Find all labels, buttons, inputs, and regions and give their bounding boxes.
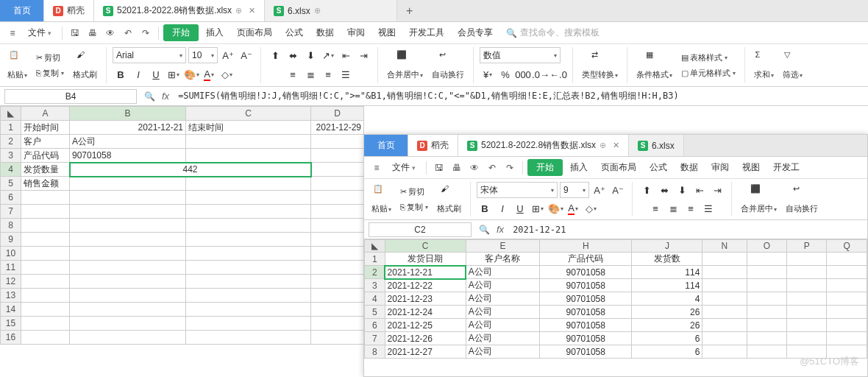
number-format-select[interactable]: 数值▾: [480, 47, 561, 63]
cell[interactable]: 90701058: [540, 332, 632, 345]
clear-format-button[interactable]: ◇▾: [218, 66, 235, 82]
col-header[interactable]: E: [466, 240, 539, 253]
search-icon[interactable]: 🔍: [476, 222, 492, 238]
col-header-D[interactable]: D: [311, 107, 364, 121]
cell[interactable]: 90701058: [540, 279, 632, 292]
italic-button[interactable]: I: [494, 200, 511, 216]
cell[interactable]: 销售金额: [21, 177, 70, 191]
menu-view[interactable]: 视图: [372, 24, 402, 41]
sum-button[interactable]: Σ求和▾: [751, 49, 777, 82]
increase-decimal-icon[interactable]: .0→: [533, 66, 549, 82]
menu-layout[interactable]: 页面布局: [595, 159, 642, 176]
col-header[interactable]: H: [540, 240, 632, 253]
orientation-icon[interactable]: ↗▾: [320, 47, 336, 63]
bold-button[interactable]: B: [477, 200, 493, 216]
fx-icon[interactable]: fx: [162, 91, 169, 102]
select-all-corner[interactable]: ◣: [365, 240, 385, 253]
cell[interactable]: 90701058: [70, 149, 186, 163]
cell[interactable]: 发货数: [632, 253, 702, 266]
align-bottom-icon[interactable]: ⬇: [302, 47, 319, 63]
row-header[interactable]: 7: [365, 332, 385, 345]
font-color-button[interactable]: A▾: [565, 200, 581, 216]
row-header[interactable]: 15: [1, 317, 21, 331]
merge-center-button[interactable]: ⬛合并居中▾: [384, 49, 426, 82]
col-header[interactable]: Q: [827, 240, 867, 253]
fill-color-button[interactable]: 🎨▾: [183, 66, 199, 82]
menu-review[interactable]: 审阅: [341, 24, 371, 41]
cell[interactable]: A公司: [466, 292, 539, 306]
cell[interactable]: [311, 135, 364, 149]
border-button[interactable]: ⊞▾: [530, 200, 546, 216]
justify-icon[interactable]: ☰: [700, 200, 716, 216]
cell[interactable]: 6: [632, 332, 702, 345]
merge-center-button[interactable]: ⬛合并居中▾: [738, 183, 780, 216]
name-box[interactable]: C2: [369, 222, 472, 237]
menu-layout[interactable]: 页面布局: [231, 24, 278, 41]
underline-button[interactable]: U: [512, 200, 528, 216]
menu-review[interactable]: 审阅: [705, 159, 735, 176]
currency-button[interactable]: ¥▾: [480, 66, 496, 82]
decrease-font-icon[interactable]: A⁻: [238, 47, 255, 63]
tab-home[interactable]: 首页: [364, 135, 408, 156]
col-header-B[interactable]: B: [70, 107, 186, 121]
search-commands[interactable]: 🔍查找命令、搜索模板: [506, 27, 600, 39]
row-header[interactable]: 10: [1, 247, 21, 261]
cell[interactable]: A公司: [70, 135, 186, 149]
cell-selected[interactable]: 442: [70, 163, 311, 177]
close-icon[interactable]: ✕: [249, 6, 255, 15]
cell[interactable]: [186, 135, 311, 149]
cell[interactable]: 90701058: [540, 266, 632, 279]
col-header[interactable]: N: [702, 240, 747, 253]
clear-format-button[interactable]: ◇▾: [583, 200, 599, 216]
row-header[interactable]: 13: [1, 289, 21, 303]
align-middle-icon[interactable]: ⬌: [656, 182, 672, 198]
cell[interactable]: [311, 163, 364, 177]
tab-daoke[interactable]: D稻壳: [408, 135, 458, 156]
tab-home[interactable]: 首页: [0, 0, 44, 21]
file-menu[interactable]: 文件▾: [22, 24, 57, 41]
search-icon[interactable]: 🔍: [141, 88, 157, 105]
cell[interactable]: 2021-12-25: [385, 319, 466, 332]
bold-button[interactable]: B: [113, 66, 129, 82]
row-header[interactable]: 2: [365, 266, 385, 279]
align-center-icon[interactable]: ≣: [302, 66, 319, 82]
cell[interactable]: [311, 149, 364, 163]
cell[interactable]: A公司: [466, 266, 539, 279]
cell[interactable]: 结束时间: [186, 121, 311, 135]
tab-file-2[interactable]: S6.xlsx⊕: [265, 0, 397, 21]
cell[interactable]: 114: [632, 266, 702, 279]
cut-button[interactable]: ✂剪切: [33, 51, 67, 65]
fill-color-button[interactable]: 🎨▾: [547, 200, 563, 216]
formula-input[interactable]: =SUMIFS(销售明细!J:J,销售明细!C:C,">="&B1,销售明细!C…: [174, 90, 868, 102]
row-header[interactable]: 8: [1, 219, 21, 233]
cell[interactable]: 26: [632, 319, 702, 332]
fx-icon[interactable]: fx: [497, 224, 504, 235]
pin-icon[interactable]: ⊕: [314, 6, 321, 15]
col-header[interactable]: O: [747, 240, 786, 253]
tab-file-1[interactable]: S52021.8-2022.8销售数据.xlsx⊕✕: [94, 0, 265, 21]
cell[interactable]: A公司: [466, 279, 539, 292]
auto-wrap-button[interactable]: ↩自动换行: [783, 183, 821, 216]
name-box[interactable]: B4: [4, 89, 137, 104]
cell[interactable]: 发货数量: [21, 163, 70, 177]
file-menu[interactable]: 文件▾: [386, 159, 421, 176]
cell[interactable]: 客户: [21, 135, 70, 149]
align-top-icon[interactable]: ⬆: [267, 47, 283, 63]
spreadsheet-grid-right[interactable]: ◣CEHJNOPQ 1发货日期客户名称产品代码发货数 2 2021-12-21 …: [364, 239, 867, 359]
save-icon[interactable]: 🖫: [67, 25, 83, 41]
cell[interactable]: 2021-12-24: [385, 306, 466, 319]
row-header[interactable]: 5: [365, 306, 385, 319]
cell[interactable]: 6: [632, 345, 702, 359]
copy-button[interactable]: ⎘复制▾: [33, 66, 67, 80]
cell[interactable]: 产品代码: [540, 253, 632, 266]
menu-view[interactable]: 视图: [736, 159, 766, 176]
cond-format-button[interactable]: ▦条件格式▾: [633, 49, 675, 82]
cell[interactable]: [186, 149, 311, 163]
filter-button[interactable]: ▽筛选▾: [780, 49, 805, 82]
menu-insert[interactable]: 插入: [200, 24, 230, 41]
cell[interactable]: 26: [632, 306, 702, 319]
align-right-icon[interactable]: ≡: [683, 200, 699, 216]
font-size-select[interactable]: 10▾: [188, 47, 218, 63]
paste-button[interactable]: 📋粘贴▾: [369, 183, 394, 216]
row-header[interactable]: 11: [1, 261, 21, 275]
